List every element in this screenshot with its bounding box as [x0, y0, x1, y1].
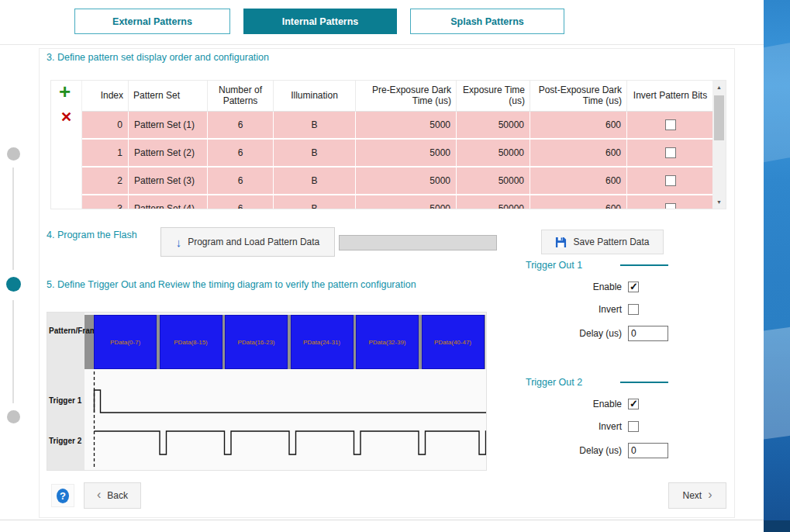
cell-index: 1: [82, 140, 129, 168]
cell-num_patterns: 6: [208, 140, 274, 168]
pattern-set-row[interactable]: 1Pattern Set (2)6B500050000600: [82, 140, 714, 168]
column-header: Exposure Time (us): [457, 81, 530, 112]
app-window: External Patterns Internal Patterns Spla…: [0, 0, 764, 520]
enable-label: Enable: [526, 282, 622, 292]
step-indicator-1[interactable]: [7, 147, 20, 161]
cell-exposure: 50000: [457, 140, 530, 168]
cell-pre_exposure: 5000: [356, 195, 457, 209]
back-button-label: Back: [107, 490, 128, 501]
pattern-set-row[interactable]: 2Pattern Set (3)6B500050000600: [82, 168, 714, 195]
column-header: Index: [82, 81, 129, 112]
column-header: Post-Exposure Dark Time (us): [530, 81, 627, 112]
invert-pattern-checkbox[interactable]: [665, 119, 676, 130]
scroll-down-icon[interactable]: ▼: [712, 195, 726, 209]
tab-internal-patterns[interactable]: Internal Patterns: [243, 9, 397, 34]
cell-post_exposure: 600: [530, 195, 627, 209]
wallpaper-light-beam: [764, 42, 790, 163]
cell-index: 3: [82, 195, 129, 209]
trigger-out-1-group: Trigger Out 1 Enable Invert Delay (us): [526, 260, 670, 345]
invert-label: Invert: [526, 421, 622, 432]
cell-pattern_set: Pattern Set (4): [129, 195, 208, 209]
column-header: Pattern Set: [129, 81, 208, 112]
trigger1-enable-checkbox[interactable]: [628, 282, 639, 292]
cell-illumination: B: [274, 140, 356, 168]
section5-title: 5. Define Trigger Out and Review the tim…: [47, 279, 416, 290]
cell-num_patterns: 6: [208, 195, 274, 209]
cell-pattern_set: Pattern Set (2): [129, 140, 208, 168]
cell-illumination: B: [274, 195, 356, 209]
cell-illumination: B: [274, 112, 356, 140]
enable-label: Enable: [526, 399, 622, 409]
next-button[interactable]: Next ›: [668, 482, 726, 509]
trigger-out-2-title: Trigger Out 2: [526, 377, 582, 388]
cell-exposure: 50000: [457, 168, 530, 195]
scroll-up-icon[interactable]: ▲: [712, 81, 726, 94]
trigger-out-2-group: Trigger Out 2 Enable Invert Delay (us): [526, 377, 670, 462]
pattern-set-row[interactable]: 3Pattern Set (4)6B500050000600: [82, 195, 714, 209]
invert-pattern-checkbox[interactable]: [665, 175, 676, 186]
back-chevron-icon: ‹: [97, 489, 101, 501]
cell-pre_exposure: 5000: [356, 168, 457, 195]
save-pattern-data-button[interactable]: Save Pattern Data: [541, 230, 664, 254]
save-button-label: Save Pattern Data: [573, 237, 649, 247]
section3-title: 3. Define pattern set display order and …: [47, 52, 269, 63]
step-connector-1: [12, 168, 14, 270]
invert-checkbox-cell: [627, 195, 714, 209]
invert-pattern-checkbox[interactable]: [665, 203, 676, 209]
add-row-icon[interactable]: +: [59, 81, 71, 102]
desktop-wallpaper-strip: [764, 0, 790, 532]
step-indicator-2-active[interactable]: [6, 277, 21, 292]
column-header: Illumination: [274, 81, 356, 112]
column-header: Number of Patterns: [208, 81, 274, 112]
cell-exposure: 50000: [457, 112, 530, 140]
step-connector-2: [12, 300, 14, 403]
download-arrow-icon: ↓: [176, 237, 182, 248]
back-button[interactable]: ‹ Back: [84, 482, 141, 509]
cell-pattern_set: Pattern Set (3): [129, 168, 208, 195]
invert-checkbox-cell: [627, 140, 714, 168]
cell-post_exposure: 600: [530, 140, 627, 168]
trigger1-waveform: [95, 390, 487, 413]
table-scrollbar[interactable]: ▲ ▼: [712, 81, 726, 209]
table-action-column: + ✕: [51, 81, 82, 209]
taskbar-edge: [764, 520, 790, 532]
delete-row-icon[interactable]: ✕: [60, 109, 72, 125]
delay-label: Delay (us): [526, 328, 622, 339]
trigger2-delay-input[interactable]: [628, 443, 668, 458]
trigger1-invert-checkbox[interactable]: [628, 304, 639, 315]
wallpaper-light-beam: [764, 326, 790, 440]
cell-index: 2: [82, 168, 129, 195]
tab-divider: [0, 44, 764, 45]
invert-checkbox-cell: [627, 168, 714, 195]
waveform-svg: [47, 313, 487, 471]
save-icon: [555, 237, 567, 248]
invert-pattern-checkbox[interactable]: [665, 147, 676, 158]
invert-label: Invert: [526, 304, 622, 315]
cell-post_exposure: 600: [530, 112, 627, 140]
table-grid: IndexPattern SetNumber of PatternsIllumi…: [82, 81, 714, 209]
cell-pre_exposure: 5000: [356, 140, 457, 168]
help-icon: ?: [57, 489, 69, 503]
column-header: Invert Pattern Bits: [627, 81, 714, 112]
help-button[interactable]: ?: [51, 484, 74, 507]
cell-illumination: B: [274, 168, 356, 195]
trigger2-enable-checkbox[interactable]: [628, 399, 639, 409]
program-button-label: Program and Load Pattern Data: [188, 237, 319, 247]
table-body: 0Pattern Set (1)6B5000500006001Pattern S…: [82, 112, 714, 209]
tab-splash-patterns[interactable]: Splash Patterns: [410, 9, 564, 34]
timing-diagram: Pattern/Frame Trigger 1 Trigger 2 PData(…: [47, 312, 487, 471]
program-and-load-button[interactable]: ↓ Program and Load Pattern Data: [160, 227, 335, 257]
trigger2-invert-checkbox[interactable]: [628, 421, 639, 432]
tab-external-patterns[interactable]: External Patterns: [74, 9, 230, 34]
trigger1-delay-input[interactable]: [628, 326, 668, 341]
cell-index: 0: [82, 112, 129, 140]
invert-checkbox-cell: [627, 112, 714, 140]
pattern-set-table: + ✕ IndexPattern SetNumber of PatternsIl…: [50, 80, 726, 209]
step-indicator-3[interactable]: [7, 410, 20, 423]
trigger2-waveform: [95, 431, 487, 454]
trigger-out-1-divider: [620, 264, 668, 266]
cell-pre_exposure: 5000: [356, 112, 457, 140]
cell-num_patterns: 6: [208, 112, 274, 140]
scrollbar-thumb[interactable]: [714, 95, 724, 140]
pattern-set-row[interactable]: 0Pattern Set (1)6B500050000600: [82, 112, 714, 140]
